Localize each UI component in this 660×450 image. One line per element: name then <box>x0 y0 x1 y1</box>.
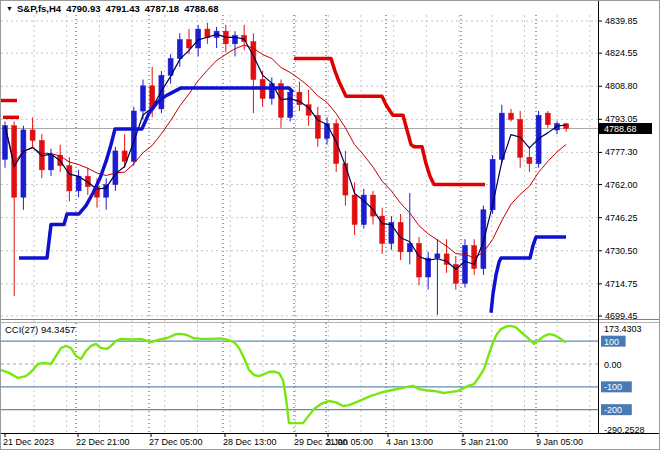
time-axis-label: 21 Dec 2023 <box>3 437 54 447</box>
candle <box>113 147 118 191</box>
price-chart-canvas[interactable]: 4839.854824.554808.804793.054777.304762.… <box>1 1 660 450</box>
price-axis-label: 4808.80 <box>605 81 638 91</box>
ohlc-close: 4788.68 <box>184 3 218 14</box>
svg-text:4788.68: 4788.68 <box>604 124 637 134</box>
time-axis-label: 3 Jan 05:00 <box>326 437 373 447</box>
ohlc-high: 4791.43 <box>105 3 139 14</box>
cci-panel[interactable] <box>1 326 598 423</box>
price-axis-label: 4777.30 <box>605 147 638 157</box>
candle <box>12 122 17 296</box>
candle <box>407 193 412 264</box>
price-axis-label: 4699.45 <box>605 311 638 321</box>
candle <box>251 33 256 113</box>
candle <box>233 31 238 56</box>
candle <box>214 27 219 48</box>
time-axis-label: 4 Jan 13:00 <box>386 437 433 447</box>
cci-level-tag: -100 <box>601 381 632 392</box>
svg-text:-200: -200 <box>604 405 622 415</box>
cci-level-tag: 100 <box>601 336 626 347</box>
candle <box>315 107 320 147</box>
cci-level-tag: -200 <box>601 404 632 415</box>
candle <box>104 178 109 210</box>
price-axis-label: 4793.05 <box>605 114 638 124</box>
chart-window: 4839.854824.554808.804793.054777.304762.… <box>0 0 660 450</box>
candle <box>527 147 532 172</box>
chart-title: ▼S&P,fs,H44790.934791.434787.184788.68 <box>6 3 219 14</box>
time-axis-label: 22 Dec 21:00 <box>76 437 130 447</box>
candle <box>76 170 81 197</box>
candle <box>435 239 440 315</box>
ohlc-open: 4790.93 <box>66 3 100 14</box>
cci-axis-label: 0.00 <box>604 360 622 370</box>
gridlines <box>1 15 598 433</box>
symbol-label: S&P,fs,H4 <box>17 3 61 14</box>
candle <box>352 182 357 235</box>
candle <box>564 123 569 132</box>
candle <box>223 25 228 52</box>
ohlc-low: 4787.18 <box>145 3 179 14</box>
candle <box>389 216 394 250</box>
candle <box>509 109 514 122</box>
price-axis-label: 4730.50 <box>605 246 638 256</box>
cci-indicator-label: CCI(27) 94.3457 <box>5 324 75 335</box>
candle <box>545 111 550 128</box>
time-axis-label: 9 Jan 05:00 <box>536 437 583 447</box>
price-axis-label: 4839.85 <box>605 16 638 26</box>
candle <box>417 237 422 285</box>
candle <box>499 105 504 164</box>
candle <box>58 145 63 172</box>
svg-text:100: 100 <box>604 337 619 347</box>
cci-name: CCI(27) <box>5 324 38 335</box>
cci-axis-label: 173.4303 <box>604 324 642 334</box>
time-axis-label: 28 Dec 13:00 <box>223 437 277 447</box>
candle <box>380 208 385 254</box>
cci-axis[interactable]: 173.43031000.00-100-200-290.2528 <box>601 324 645 435</box>
cci-value: 94.3457 <box>41 324 75 335</box>
candle <box>3 122 8 168</box>
candle <box>49 149 54 176</box>
price-axis-label: 4746.25 <box>605 213 638 223</box>
candle <box>444 239 449 273</box>
cci-axis-label: -290.2528 <box>604 425 645 435</box>
main-panel[interactable] <box>1 23 598 315</box>
candle <box>361 189 366 229</box>
time-axis-label: 5 Jan 21:00 <box>461 437 508 447</box>
current-price-tag: 4788.68 <box>599 123 652 134</box>
candle <box>67 157 72 201</box>
price-axis-label: 4824.55 <box>605 48 638 58</box>
candles <box>3 23 569 315</box>
price-axis-label: 4762.00 <box>605 180 638 190</box>
candle <box>205 23 210 44</box>
candle <box>21 126 26 210</box>
svg-text:-100: -100 <box>604 382 622 392</box>
time-axis[interactable]: 21 Dec 202322 Dec 21:0027 Dec 05:0028 De… <box>3 433 583 447</box>
candle <box>343 151 348 206</box>
price-axis[interactable]: 4839.854824.554808.804793.054777.304762.… <box>598 16 652 321</box>
price-axis-label: 4714.75 <box>605 279 638 289</box>
candle <box>453 256 458 290</box>
time-axis-label: 27 Dec 05:00 <box>149 437 203 447</box>
symbol-marker-icon: ▼ <box>6 5 13 12</box>
